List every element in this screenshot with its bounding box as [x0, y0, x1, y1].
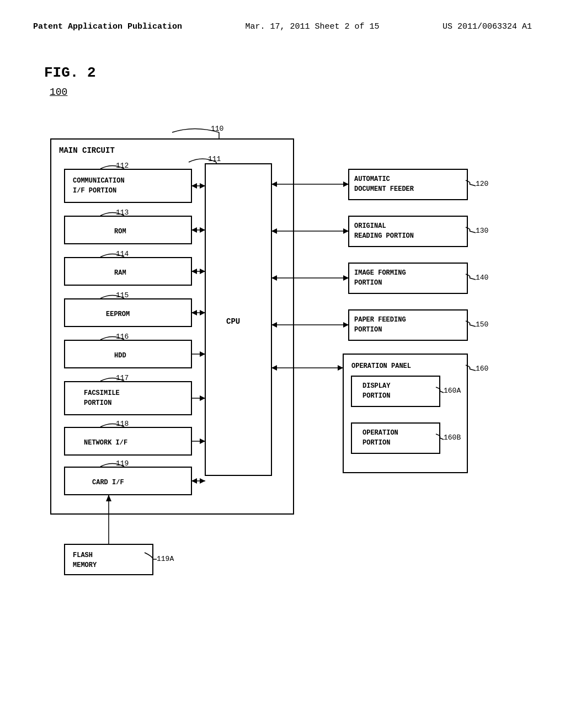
- svg-text:PORTION: PORTION: [363, 439, 390, 447]
- svg-text:160B: 160B: [444, 433, 461, 442]
- svg-text:116: 116: [116, 333, 129, 341]
- svg-line-79: [470, 231, 476, 233]
- svg-rect-25: [65, 340, 191, 368]
- svg-text:119: 119: [116, 459, 129, 468]
- svg-rect-17: [65, 258, 191, 285]
- svg-rect-85: [349, 310, 467, 340]
- svg-text:120: 120: [476, 180, 488, 188]
- svg-rect-13: [65, 216, 191, 244]
- svg-rect-70: [349, 169, 467, 200]
- svg-marker-111: [343, 275, 349, 281]
- svg-text:PORTION: PORTION: [354, 279, 382, 287]
- svg-text:COMMUNICATION: COMMUNICATION: [73, 177, 125, 185]
- svg-marker-114: [343, 322, 349, 328]
- svg-line-84: [470, 278, 476, 280]
- ref-100: 100: [50, 87, 532, 98]
- svg-text:111: 111: [208, 155, 221, 163]
- svg-text:DOCUMENT FEEDER: DOCUMENT FEEDER: [354, 185, 414, 193]
- svg-text:115: 115: [116, 291, 129, 299]
- svg-rect-94: [351, 376, 440, 406]
- svg-text:ORIGINAL: ORIGINAL: [354, 222, 386, 230]
- svg-text:EEPROM: EEPROM: [106, 311, 130, 318]
- svg-line-93: [470, 369, 476, 371]
- page: Patent Application Publication Mar. 17, …: [0, 0, 565, 728]
- svg-text:140: 140: [476, 274, 488, 282]
- svg-text:150: 150: [476, 320, 488, 329]
- figure-label: FIG. 2: [44, 65, 532, 81]
- svg-text:MAIN CIRCUIT: MAIN CIRCUIT: [59, 146, 115, 155]
- svg-text:DISPLAY: DISPLAY: [363, 382, 391, 390]
- svg-text:160A: 160A: [444, 387, 461, 395]
- publication-label: Patent Application Publication: [33, 22, 182, 31]
- svg-text:FACSIMILE: FACSIMILE: [84, 389, 120, 397]
- patent-number: US 2011/0063324 A1: [443, 22, 532, 31]
- svg-text:PORTION: PORTION: [84, 399, 111, 407]
- svg-text:CPU: CPU: [226, 317, 240, 326]
- svg-text:119A: 119A: [157, 555, 174, 563]
- svg-rect-42: [65, 544, 153, 575]
- svg-text:I/F PORTION: I/F PORTION: [73, 187, 116, 195]
- svg-text:IMAGE FORMING: IMAGE FORMING: [354, 269, 406, 277]
- svg-text:113: 113: [116, 208, 129, 217]
- svg-text:AUTOMATIC: AUTOMATIC: [354, 175, 390, 183]
- svg-rect-29: [65, 382, 191, 415]
- svg-rect-99: [351, 423, 440, 453]
- page-header: Patent Application Publication Mar. 17, …: [33, 22, 532, 31]
- diagram: MAIN CIRCUIT 110 CPU 111 COMMUNICATION I…: [33, 109, 532, 605]
- svg-text:PAPER FEEDING: PAPER FEEDING: [354, 316, 406, 324]
- svg-text:130: 130: [476, 227, 488, 235]
- svg-text:OPERATION PANEL: OPERATION PANEL: [351, 362, 411, 370]
- svg-line-89: [470, 325, 476, 326]
- svg-rect-80: [349, 263, 467, 293]
- svg-text:PORTION: PORTION: [363, 392, 390, 400]
- date-sheet-label: Mar. 17, 2011 Sheet 2 of 15: [245, 22, 379, 31]
- svg-text:HDD: HDD: [114, 352, 126, 360]
- svg-text:114: 114: [116, 250, 129, 258]
- svg-rect-90: [343, 354, 467, 473]
- svg-text:NETWORK I/F: NETWORK I/F: [84, 439, 127, 447]
- svg-marker-117: [338, 365, 343, 371]
- diagram-svg: MAIN CIRCUIT 110 CPU 111 COMMUNICATION I…: [33, 109, 532, 605]
- svg-text:160: 160: [476, 365, 488, 373]
- svg-text:OPERATION: OPERATION: [363, 429, 398, 437]
- svg-text:118: 118: [116, 420, 129, 428]
- svg-text:MEMORY: MEMORY: [73, 561, 97, 569]
- svg-text:112: 112: [116, 162, 129, 170]
- svg-text:117: 117: [116, 374, 129, 382]
- svg-rect-8: [65, 169, 191, 202]
- svg-text:PORTION: PORTION: [354, 326, 382, 334]
- svg-marker-105: [343, 181, 349, 187]
- svg-text:CARD I/F: CARD I/F: [92, 479, 124, 486]
- svg-text:READING PORTION: READING PORTION: [354, 232, 414, 240]
- svg-rect-75: [349, 216, 467, 247]
- svg-line-74: [470, 184, 476, 186]
- svg-rect-38: [65, 467, 191, 495]
- svg-text:ROM: ROM: [114, 228, 126, 235]
- svg-text:RAM: RAM: [114, 269, 126, 277]
- svg-marker-108: [343, 228, 349, 234]
- svg-text:FLASH: FLASH: [73, 552, 93, 559]
